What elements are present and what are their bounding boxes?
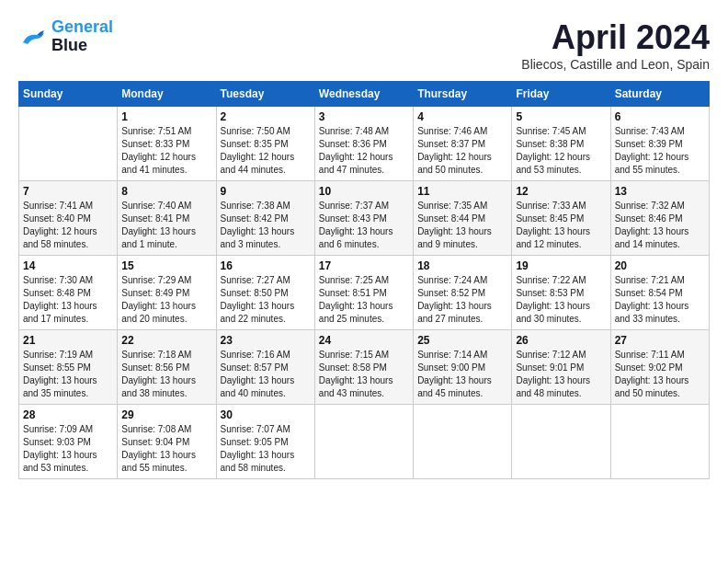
day-info: Sunrise: 7:21 AM Sunset: 8:54 PM Dayligh…	[615, 274, 705, 326]
day-info: Sunrise: 7:25 AM Sunset: 8:51 PM Dayligh…	[319, 274, 409, 326]
calendar-cell: 23Sunrise: 7:16 AM Sunset: 8:57 PM Dayli…	[216, 330, 314, 405]
calendar-cell: 9Sunrise: 7:38 AM Sunset: 8:42 PM Daylig…	[216, 181, 314, 256]
calendar-cell: 19Sunrise: 7:22 AM Sunset: 8:53 PM Dayli…	[512, 256, 610, 330]
day-info: Sunrise: 7:35 AM Sunset: 8:44 PM Dayligh…	[417, 200, 507, 251]
calendar-cell: 14Sunrise: 7:30 AM Sunset: 8:48 PM Dayli…	[19, 256, 118, 330]
calendar-week-1: 1Sunrise: 7:51 AM Sunset: 8:33 PM Daylig…	[19, 107, 710, 181]
day-number: 12	[516, 185, 606, 198]
day-number: 14	[23, 259, 113, 272]
day-number: 18	[417, 259, 507, 272]
calendar-cell	[314, 405, 413, 479]
logo: General Blue	[18, 18, 113, 55]
calendar-cell: 28Sunrise: 7:09 AM Sunset: 9:03 PM Dayli…	[19, 405, 118, 479]
calendar-cell: 26Sunrise: 7:12 AM Sunset: 9:01 PM Dayli…	[512, 330, 610, 405]
day-number: 2	[221, 110, 311, 123]
calendar-cell: 4Sunrise: 7:46 AM Sunset: 8:37 PM Daylig…	[414, 107, 512, 181]
weekday-header-sunday: Sunday	[19, 82, 118, 107]
logo-text: General Blue	[51, 18, 113, 55]
day-info: Sunrise: 7:51 AM Sunset: 8:33 PM Dayligh…	[121, 125, 211, 177]
day-number: 27	[615, 334, 705, 347]
day-number: 30	[221, 408, 311, 421]
day-number: 1	[121, 110, 211, 123]
day-number: 25	[417, 334, 507, 347]
day-info: Sunrise: 7:16 AM Sunset: 8:57 PM Dayligh…	[221, 349, 311, 400]
day-info: Sunrise: 7:33 AM Sunset: 8:45 PM Dayligh…	[516, 200, 606, 251]
day-info: Sunrise: 7:29 AM Sunset: 8:49 PM Dayligh…	[121, 274, 211, 326]
calendar-week-4: 21Sunrise: 7:19 AM Sunset: 8:55 PM Dayli…	[19, 330, 710, 405]
weekday-header-friday: Friday	[512, 82, 610, 107]
calendar-cell: 8Sunrise: 7:40 AM Sunset: 8:41 PM Daylig…	[118, 181, 216, 256]
day-number: 26	[516, 334, 606, 347]
calendar-cell	[512, 405, 610, 479]
calendar-cell: 27Sunrise: 7:11 AM Sunset: 9:02 PM Dayli…	[610, 330, 709, 405]
day-info: Sunrise: 7:45 AM Sunset: 8:38 PM Dayligh…	[516, 125, 606, 177]
calendar-week-5: 28Sunrise: 7:09 AM Sunset: 9:03 PM Dayli…	[19, 405, 710, 479]
calendar-cell: 7Sunrise: 7:41 AM Sunset: 8:40 PM Daylig…	[19, 181, 118, 256]
calendar-cell: 16Sunrise: 7:27 AM Sunset: 8:50 PM Dayli…	[216, 256, 314, 330]
day-info: Sunrise: 7:50 AM Sunset: 8:35 PM Dayligh…	[221, 125, 311, 177]
calendar-cell: 6Sunrise: 7:43 AM Sunset: 8:39 PM Daylig…	[610, 107, 709, 181]
calendar-cell: 13Sunrise: 7:32 AM Sunset: 8:46 PM Dayli…	[610, 181, 709, 256]
day-info: Sunrise: 7:12 AM Sunset: 9:01 PM Dayligh…	[516, 349, 606, 400]
day-number: 24	[319, 334, 409, 347]
calendar-cell: 20Sunrise: 7:21 AM Sunset: 8:54 PM Dayli…	[610, 256, 709, 330]
day-number: 8	[121, 185, 211, 198]
day-number: 13	[615, 185, 705, 198]
calendar-cell: 17Sunrise: 7:25 AM Sunset: 8:51 PM Dayli…	[314, 256, 413, 330]
calendar-cell: 3Sunrise: 7:48 AM Sunset: 8:36 PM Daylig…	[314, 107, 413, 181]
calendar-cell: 18Sunrise: 7:24 AM Sunset: 8:52 PM Dayli…	[414, 256, 512, 330]
calendar-cell: 29Sunrise: 7:08 AM Sunset: 9:04 PM Dayli…	[118, 405, 216, 479]
calendar-cell	[19, 107, 118, 181]
calendar-cell: 22Sunrise: 7:18 AM Sunset: 8:56 PM Dayli…	[118, 330, 216, 405]
weekday-header-wednesday: Wednesday	[314, 82, 413, 107]
day-info: Sunrise: 7:07 AM Sunset: 9:05 PM Dayligh…	[221, 423, 311, 475]
calendar-cell: 25Sunrise: 7:14 AM Sunset: 9:00 PM Dayli…	[414, 330, 512, 405]
day-number: 29	[121, 408, 211, 421]
day-info: Sunrise: 7:24 AM Sunset: 8:52 PM Dayligh…	[417, 274, 507, 326]
calendar-cell	[414, 405, 512, 479]
day-number: 11	[417, 185, 507, 198]
logo-icon	[18, 26, 46, 48]
day-info: Sunrise: 7:30 AM Sunset: 8:48 PM Dayligh…	[23, 274, 113, 326]
day-number: 4	[417, 110, 507, 123]
day-info: Sunrise: 7:43 AM Sunset: 8:39 PM Dayligh…	[615, 125, 705, 177]
title-block: April 2024 Bliecos, Castille and Leon, S…	[521, 18, 710, 72]
day-info: Sunrise: 7:08 AM Sunset: 9:04 PM Dayligh…	[121, 423, 211, 475]
day-number: 20	[615, 259, 705, 272]
day-info: Sunrise: 7:11 AM Sunset: 9:02 PM Dayligh…	[615, 349, 705, 400]
day-info: Sunrise: 7:18 AM Sunset: 8:56 PM Dayligh…	[121, 349, 211, 400]
day-number: 28	[23, 408, 113, 421]
calendar-cell: 24Sunrise: 7:15 AM Sunset: 8:58 PM Dayli…	[314, 330, 413, 405]
day-number: 17	[319, 259, 409, 272]
location: Bliecos, Castille and Leon, Spain	[521, 57, 710, 72]
calendar-table: SundayMondayTuesdayWednesdayThursdayFrid…	[18, 81, 710, 479]
day-info: Sunrise: 7:15 AM Sunset: 8:58 PM Dayligh…	[319, 349, 409, 400]
calendar-cell: 11Sunrise: 7:35 AM Sunset: 8:44 PM Dayli…	[414, 181, 512, 256]
day-number: 3	[319, 110, 409, 123]
month-title: April 2024	[521, 18, 710, 57]
day-number: 21	[23, 334, 113, 347]
day-number: 7	[23, 185, 113, 198]
logo-line1: General	[51, 17, 113, 36]
calendar-cell: 12Sunrise: 7:33 AM Sunset: 8:45 PM Dayli…	[512, 181, 610, 256]
day-info: Sunrise: 7:19 AM Sunset: 8:55 PM Dayligh…	[23, 349, 113, 400]
calendar-cell: 5Sunrise: 7:45 AM Sunset: 8:38 PM Daylig…	[512, 107, 610, 181]
day-info: Sunrise: 7:32 AM Sunset: 8:46 PM Dayligh…	[615, 200, 705, 251]
page-header: General Blue April 2024 Bliecos, Castill…	[18, 18, 710, 72]
logo-line2: Blue	[51, 37, 113, 55]
weekday-header-thursday: Thursday	[414, 82, 512, 107]
calendar-week-3: 14Sunrise: 7:30 AM Sunset: 8:48 PM Dayli…	[19, 256, 710, 330]
day-info: Sunrise: 7:46 AM Sunset: 8:37 PM Dayligh…	[417, 125, 507, 177]
day-number: 6	[615, 110, 705, 123]
calendar-header-row: SundayMondayTuesdayWednesdayThursdayFrid…	[19, 82, 710, 107]
day-info: Sunrise: 7:40 AM Sunset: 8:41 PM Dayligh…	[121, 200, 211, 251]
day-info: Sunrise: 7:09 AM Sunset: 9:03 PM Dayligh…	[23, 423, 113, 475]
weekday-header-monday: Monday	[118, 82, 216, 107]
calendar-cell: 1Sunrise: 7:51 AM Sunset: 8:33 PM Daylig…	[118, 107, 216, 181]
day-number: 19	[516, 259, 606, 272]
day-info: Sunrise: 7:37 AM Sunset: 8:43 PM Dayligh…	[319, 200, 409, 251]
day-number: 16	[221, 259, 311, 272]
day-info: Sunrise: 7:27 AM Sunset: 8:50 PM Dayligh…	[221, 274, 311, 326]
day-number: 10	[319, 185, 409, 198]
calendar-week-2: 7Sunrise: 7:41 AM Sunset: 8:40 PM Daylig…	[19, 181, 710, 256]
